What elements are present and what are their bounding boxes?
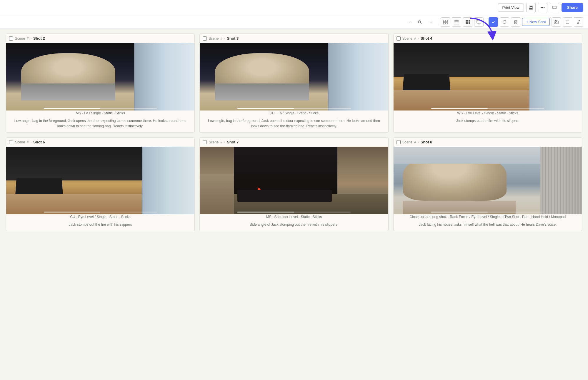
scene-label-shot3: Scene bbox=[209, 36, 219, 41]
share-button[interactable]: Share bbox=[562, 3, 583, 12]
svg-rect-26 bbox=[514, 21, 517, 24]
view-presentation-button[interactable] bbox=[474, 17, 484, 27]
svg-rect-1 bbox=[530, 6, 532, 7]
chevron-icon-shot2: › bbox=[31, 37, 31, 40]
horizontal-rule-icon bbox=[565, 20, 570, 24]
comment-button[interactable] bbox=[550, 3, 559, 12]
svg-point-3 bbox=[418, 21, 421, 23]
trash-icon bbox=[513, 20, 518, 24]
shot-card-shot7: Scene # › Shot 7 🔥 MS · Shoulder Level ·… bbox=[199, 137, 388, 231]
svg-rect-20 bbox=[467, 23, 468, 24]
chevron-icon-shot8: › bbox=[418, 140, 419, 144]
zoom-out-button[interactable]: − bbox=[404, 17, 413, 27]
image-progress-fill-shot4 bbox=[431, 108, 488, 109]
hash-label-shot2: # bbox=[27, 36, 29, 41]
new-shot-button[interactable]: + New Shot bbox=[522, 18, 550, 26]
link-button[interactable] bbox=[574, 17, 583, 27]
shot-image-shot3[interactable] bbox=[200, 43, 388, 111]
camera-button[interactable] bbox=[552, 17, 561, 27]
checkbox-checked-icon bbox=[491, 20, 495, 24]
delete-button[interactable] bbox=[511, 17, 520, 27]
shot-card-shot3: Scene # › Shot 3 CU · LA / Single · Stat… bbox=[199, 34, 388, 133]
shot-meta-tags-shot2: MS · LA / Single · Static · Sticks bbox=[6, 111, 194, 117]
shot-checkbox-shot2[interactable] bbox=[9, 36, 13, 41]
image-progress-shot4 bbox=[431, 108, 544, 109]
shot-description-shot4: Jack stomps out the fire with his slippe… bbox=[394, 117, 582, 127]
shot-checkbox-shot7[interactable] bbox=[203, 140, 207, 144]
toolbar-top: Print View ••• Share bbox=[0, 0, 588, 15]
svg-rect-13 bbox=[466, 20, 467, 21]
shot-checkbox-shot8[interactable] bbox=[397, 140, 401, 144]
shot-card-shot8: Scene # › Shot 8 Close-up to a long shot… bbox=[393, 137, 582, 231]
image-progress-shot3 bbox=[237, 108, 350, 109]
shot-name-shot4: Shot 4 bbox=[421, 36, 432, 41]
more-options-button[interactable]: ••• bbox=[538, 3, 547, 12]
chevron-icon-shot7: › bbox=[224, 140, 225, 144]
minus-icon: − bbox=[407, 20, 410, 24]
shot-image-shot4[interactable] bbox=[394, 43, 582, 111]
shot-image-shot6[interactable] bbox=[6, 147, 194, 214]
scene-label-shot4: Scene bbox=[402, 36, 412, 41]
hash-label-shot4: # bbox=[414, 36, 416, 41]
svg-rect-14 bbox=[467, 20, 468, 21]
list-icon bbox=[454, 20, 459, 24]
scene-label-shot2: Scene bbox=[15, 36, 25, 41]
shot-name-shot3: Shot 3 bbox=[227, 36, 239, 41]
zoom-in-button[interactable]: + bbox=[426, 17, 436, 27]
shot-description-shot6: Jack stomps out the fire with his slippe… bbox=[6, 221, 194, 231]
shot-header-shot4: Scene # › Shot 4 bbox=[394, 34, 582, 43]
svg-rect-2 bbox=[529, 8, 532, 9]
image-progress-shot2 bbox=[44, 108, 157, 109]
separator-2 bbox=[486, 19, 486, 26]
shot-card-shot4: Scene # › Shot 4 WS · Eye Level / Single… bbox=[393, 34, 582, 133]
svg-rect-8 bbox=[446, 22, 447, 24]
shot-header-shot2: Scene # › Shot 2 bbox=[6, 34, 194, 43]
plus-icon: + bbox=[430, 20, 432, 24]
grid-loose-icon bbox=[443, 20, 448, 24]
shot-description-shot8: Jack facing his house, asks himself what… bbox=[394, 221, 582, 231]
shot-checkbox-shot3[interactable] bbox=[203, 36, 207, 41]
svg-rect-15 bbox=[469, 20, 470, 21]
shot-checkbox-shot6[interactable] bbox=[9, 140, 13, 144]
chevron-icon-shot4: › bbox=[418, 37, 419, 40]
shot-checkbox-shot4[interactable] bbox=[397, 36, 401, 41]
svg-rect-5 bbox=[443, 20, 445, 22]
svg-line-4 bbox=[420, 23, 422, 24]
shot-header-shot6: Scene # › Shot 6 bbox=[6, 138, 194, 147]
chevron-icon-shot6: › bbox=[31, 140, 31, 144]
shot-image-shot2[interactable] bbox=[6, 43, 194, 111]
shot-meta-tags-shot6: CU · Eye Level / Single · Static · Stick… bbox=[6, 214, 194, 221]
save-icon-button[interactable] bbox=[526, 3, 536, 12]
scene-label-shot6: Scene bbox=[15, 140, 25, 144]
shot-description-shot2: Low angle, bag in the foreground, Jack o… bbox=[6, 117, 194, 132]
shot-card-shot2: Scene # › Shot 2 MS · LA / Single · Stat… bbox=[6, 34, 195, 133]
select-checkbox-button[interactable] bbox=[489, 17, 498, 27]
image-progress-fill-shot2 bbox=[44, 108, 100, 109]
svg-rect-7 bbox=[443, 22, 445, 24]
minus-small-button[interactable] bbox=[563, 17, 572, 27]
image-progress-fill-shot3 bbox=[237, 108, 294, 109]
scene-label-shot8: Scene bbox=[402, 140, 412, 144]
view-grid-tight-button[interactable] bbox=[463, 17, 472, 27]
shot-meta-tags-shot4: WS · Eye Level / Single · Static · Stick… bbox=[394, 111, 582, 117]
presentation-icon bbox=[477, 20, 481, 24]
separator-1 bbox=[438, 19, 438, 26]
print-view-button[interactable]: Print View bbox=[498, 3, 524, 12]
save-icon bbox=[529, 5, 533, 10]
shot-header-shot8: Scene # › Shot 8 bbox=[394, 138, 582, 147]
shot-image-shot8[interactable] bbox=[394, 147, 582, 214]
shot-name-shot8: Shot 8 bbox=[421, 140, 432, 144]
shot-image-shot7[interactable]: 🔥 bbox=[200, 147, 388, 214]
zoom-reset-button[interactable] bbox=[415, 17, 424, 27]
svg-point-30 bbox=[555, 21, 557, 23]
zoom-icon bbox=[418, 20, 422, 24]
shot-meta-tags-shot7: MS · Shoulder Level · Static · Sticks bbox=[200, 214, 388, 221]
link-icon bbox=[576, 20, 581, 24]
view-list-button[interactable] bbox=[452, 17, 461, 27]
rotate-button[interactable] bbox=[500, 17, 509, 27]
shot-header-shot7: Scene # › Shot 7 bbox=[200, 138, 388, 147]
comment-icon bbox=[552, 5, 557, 10]
hash-label-shot3: # bbox=[220, 36, 222, 41]
image-progress-fill-shot8 bbox=[431, 212, 488, 212]
view-grid-loose-button[interactable] bbox=[441, 17, 450, 27]
